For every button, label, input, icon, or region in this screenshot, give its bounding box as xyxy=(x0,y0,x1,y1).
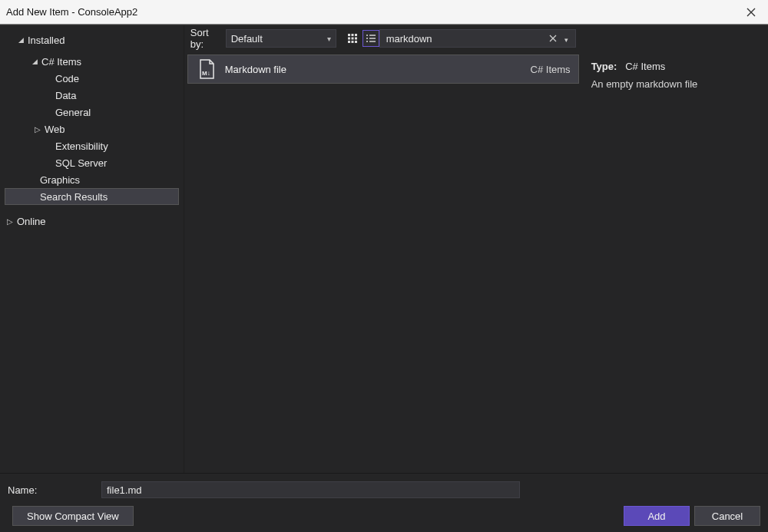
tree-label: Graphics xyxy=(40,174,80,186)
tree-label: Search Results xyxy=(40,191,108,203)
clear-search-button[interactable] xyxy=(546,33,560,45)
expand-icon xyxy=(32,124,43,134)
svg-rect-14 xyxy=(369,41,376,41)
svg-rect-12 xyxy=(369,38,376,38)
tree-item-code[interactable]: Code xyxy=(5,70,179,87)
tree-item-search-results[interactable]: Search Results xyxy=(5,188,179,205)
search-box[interactable]: ▾ xyxy=(379,29,576,48)
window-close-button[interactable] xyxy=(740,2,762,23)
svg-rect-8 xyxy=(355,41,357,43)
category-tree: Installed C# Items Code Data General W xyxy=(0,25,184,473)
search-input[interactable] xyxy=(386,33,546,45)
tree-item-online[interactable]: Online xyxy=(5,213,179,230)
expand-icon xyxy=(43,157,54,168)
dialog-body: Installed C# Items Code Data General W xyxy=(0,25,768,532)
search-wrap: ▾ xyxy=(379,29,578,48)
markdown-file-icon: M↓ xyxy=(196,58,217,80)
tree-item-installed[interactable]: Installed xyxy=(5,31,179,48)
button-row: Show Compact View Add Cancel xyxy=(8,506,760,526)
details-description: An empty markdown file xyxy=(591,78,759,90)
tree-item-csitems[interactable]: C# Items xyxy=(5,53,179,70)
filename-input[interactable] xyxy=(101,481,520,498)
footer: Name: Show Compact View Add Cancel xyxy=(0,473,768,532)
close-icon xyxy=(549,35,557,42)
details-type-label: Type: xyxy=(591,61,617,72)
template-item-markdown[interactable]: M↓ Markdown file C# Items xyxy=(187,55,579,84)
grid-view-button[interactable] xyxy=(344,30,361,47)
svg-rect-10 xyxy=(369,35,376,35)
tree-label: Installed xyxy=(28,35,65,46)
list-icon xyxy=(366,33,376,44)
expand-icon xyxy=(43,90,54,101)
template-list: M↓ Markdown file C# Items xyxy=(184,51,582,473)
tree-label: Extensibility xyxy=(55,140,108,152)
sortby-dropdown[interactable]: Default ▾ xyxy=(226,29,336,48)
sortby-label: Sort by: xyxy=(184,27,226,50)
sortby-value: Default xyxy=(231,33,263,45)
name-label: Name: xyxy=(8,484,101,496)
list-view-button[interactable] xyxy=(362,30,379,47)
expand-icon xyxy=(43,140,54,151)
tree-label: SQL Server xyxy=(55,157,107,169)
expand-icon xyxy=(15,35,26,45)
svg-rect-0 xyxy=(348,34,350,36)
svg-rect-3 xyxy=(348,38,350,40)
expand-icon xyxy=(29,56,40,67)
tree-label: Online xyxy=(17,216,46,227)
expand-icon xyxy=(5,216,15,226)
view-toggle xyxy=(344,30,379,47)
tree-label: C# Items xyxy=(41,56,81,68)
cancel-button[interactable]: Cancel xyxy=(694,506,760,526)
tree-label: Code xyxy=(55,73,79,84)
tree-label: Web xyxy=(45,124,65,135)
template-panel: Sort by: Default ▾ xyxy=(184,25,582,473)
svg-rect-5 xyxy=(355,38,357,40)
svg-point-9 xyxy=(366,35,368,36)
svg-rect-6 xyxy=(348,41,350,43)
name-row: Name: xyxy=(8,481,760,498)
chevron-down-icon: ▾ xyxy=(564,36,568,44)
titlebar: Add New Item - ConsoleApp2 xyxy=(0,0,768,25)
tree-item-general[interactable]: General xyxy=(5,104,179,121)
search-options-button[interactable]: ▾ xyxy=(560,33,574,45)
details-type-value: C# Items xyxy=(625,61,665,72)
close-icon xyxy=(746,8,756,17)
svg-rect-7 xyxy=(351,41,353,43)
svg-rect-2 xyxy=(355,34,357,36)
tree-item-graphics[interactable]: Graphics xyxy=(5,171,179,188)
svg-rect-1 xyxy=(351,34,353,36)
svg-text:M↓: M↓ xyxy=(202,70,210,77)
chevron-down-icon: ▾ xyxy=(327,35,331,43)
tree-item-sqlserver[interactable]: SQL Server xyxy=(5,154,179,171)
template-category: C# Items xyxy=(531,64,571,75)
grid-icon xyxy=(347,33,358,44)
svg-point-11 xyxy=(366,38,368,39)
details-panel: Type: C# Items An empty markdown file xyxy=(582,25,768,473)
window-title: Add New Item - ConsoleApp2 xyxy=(6,6,740,18)
content-row: Installed C# Items Code Data General W xyxy=(0,25,768,473)
svg-point-13 xyxy=(366,41,368,42)
template-toolbar: Sort by: Default ▾ xyxy=(184,25,582,51)
tree-item-data[interactable]: Data xyxy=(5,87,179,104)
tree-item-extensibility[interactable]: Extensibility xyxy=(5,137,179,154)
add-button[interactable]: Add xyxy=(624,506,690,526)
details-type-line: Type: C# Items xyxy=(591,61,759,72)
tree-label: Data xyxy=(55,90,76,101)
tree-label: General xyxy=(55,107,91,118)
template-name: Markdown file xyxy=(225,64,531,75)
expand-icon xyxy=(43,107,54,117)
compact-view-button[interactable]: Show Compact View xyxy=(12,506,134,526)
tree-item-web[interactable]: Web xyxy=(5,121,179,137)
expand-icon xyxy=(43,73,54,84)
svg-rect-4 xyxy=(351,38,353,40)
